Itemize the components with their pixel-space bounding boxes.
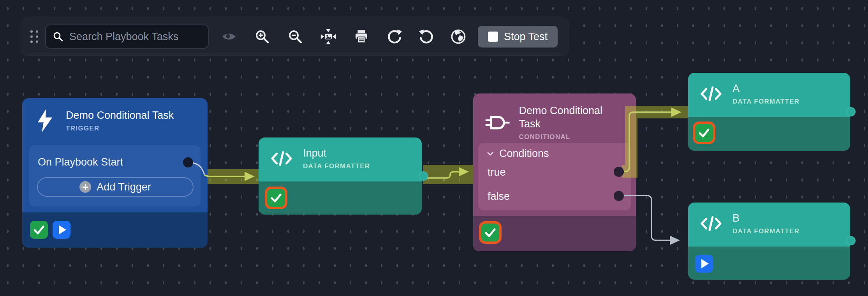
trigger-footer — [22, 212, 208, 248]
trigger-success-button[interactable] — [30, 221, 48, 239]
code-icon — [700, 85, 722, 103]
stop-icon — [488, 32, 498, 42]
fit-view-icon — [320, 28, 337, 45]
node-b[interactable]: B DATA FORMATTER — [688, 203, 850, 280]
input-header: Input DATA FORMATTER — [259, 137, 422, 170]
logic-gate-icon — [485, 114, 510, 131]
node-conditional[interactable]: Demo Conditional Task CONDITIONAL Condit… — [473, 93, 636, 251]
node-a-footer — [688, 117, 850, 151]
node-type-label: CONDITIONAL — [519, 133, 626, 141]
node-b-header: B DATA FORMATTER — [688, 203, 850, 235]
stop-test-label: Stop Test — [504, 31, 548, 43]
undo-button[interactable] — [417, 27, 436, 46]
arrowhead-icon — [670, 236, 680, 245]
trigger-header: Demo Conditional Task TRIGGER — [22, 98, 208, 133]
conditions-section-toggle[interactable]: Conditions — [486, 148, 549, 160]
arrowhead-icon — [671, 107, 681, 117]
node-type-label: DATA FORMATTER — [303, 162, 370, 170]
check-icon — [481, 224, 499, 241]
drag-handle-icon[interactable] — [30, 30, 38, 43]
code-icon — [270, 150, 293, 167]
conditions-section-label: Conditions — [499, 148, 549, 160]
edge-input-to-conditional-line[interactable] — [424, 172, 460, 178]
trigger-event-label: On Playbook Start — [38, 156, 123, 168]
node-b-footer — [688, 247, 850, 280]
active-status-ring — [693, 122, 715, 144]
print-button[interactable] — [352, 27, 371, 46]
condition-true-label: true — [488, 166, 506, 178]
search-box — [45, 25, 209, 49]
fit-view-button[interactable] — [319, 27, 338, 46]
input-success-button[interactable] — [267, 189, 285, 207]
globe-icon — [450, 28, 467, 45]
search-icon — [52, 31, 64, 42]
zoom-in-icon — [254, 28, 270, 45]
add-trigger-label: Add Trigger — [97, 181, 151, 193]
zoom-out-icon — [287, 28, 303, 45]
globe-button[interactable] — [449, 27, 468, 46]
active-status-ring — [265, 187, 287, 209]
node-input[interactable]: Input DATA FORMATTER — [259, 137, 422, 215]
play-icon — [695, 255, 713, 273]
plus-circle-icon — [79, 181, 91, 193]
code-icon — [700, 215, 722, 233]
node-b-run-button[interactable] — [695, 255, 713, 273]
zoom-in-button[interactable] — [253, 27, 271, 46]
chevron-down-icon — [486, 150, 495, 158]
eye-icon — [220, 28, 238, 45]
arrowhead-icon — [459, 167, 469, 176]
trigger-events-panel: On Playbook Start Add Trigger — [29, 145, 201, 206]
check-icon — [30, 221, 48, 239]
add-trigger-button[interactable]: Add Trigger — [37, 177, 194, 197]
zoom-out-button[interactable] — [286, 27, 305, 46]
search-input[interactable] — [69, 31, 207, 43]
conditional-header: Demo Conditional Task CONDITIONAL — [473, 93, 636, 141]
check-icon — [267, 189, 285, 207]
node-title: Demo Conditional Task — [66, 109, 174, 122]
node-title: Input — [303, 147, 370, 160]
node-title: A — [732, 82, 799, 95]
print-icon — [353, 28, 370, 45]
conditions-panel: Conditions true false — [478, 143, 631, 210]
node-a-success-button[interactable] — [695, 124, 713, 142]
node-title: Demo Conditional Task — [519, 104, 626, 131]
conditional-success-button[interactable] — [481, 224, 499, 241]
stop-test-button[interactable]: Stop Test — [478, 26, 558, 48]
node-type-label: DATA FORMATTER — [732, 98, 799, 106]
condition-false-label: false — [488, 190, 510, 203]
node-type-label: DATA FORMATTER — [732, 227, 799, 235]
node-trigger[interactable]: Demo Conditional Task TRIGGER On Playboo… — [22, 98, 208, 248]
lightning-icon — [34, 108, 56, 133]
undo-icon — [418, 28, 435, 45]
edge-trigger-to-input-line[interactable] — [204, 175, 245, 176]
check-icon — [695, 124, 713, 142]
playbook-canvas[interactable]: Stop Test Demo Conditional Task TRIGGER … — [0, 0, 868, 296]
toolbar: Stop Test — [21, 18, 569, 56]
redo-button[interactable] — [385, 27, 404, 46]
visibility-button[interactable] — [220, 27, 238, 46]
node-a-header: A DATA FORMATTER — [688, 73, 850, 106]
node-title: B — [732, 212, 799, 225]
play-icon — [53, 221, 70, 239]
trigger-run-button[interactable] — [53, 221, 70, 239]
input-footer — [259, 181, 422, 215]
node-a[interactable]: A DATA FORMATTER — [688, 73, 850, 151]
arrowhead-icon — [245, 172, 255, 181]
conditional-footer — [473, 216, 636, 251]
redo-icon — [386, 28, 403, 45]
node-type-label: TRIGGER — [66, 125, 174, 132]
active-status-ring — [479, 221, 502, 244]
